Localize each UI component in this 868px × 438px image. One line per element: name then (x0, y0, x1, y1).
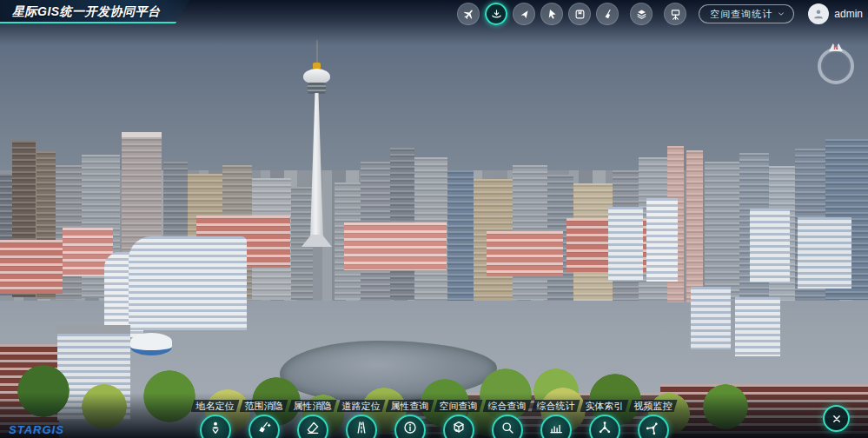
descend-locate-icon[interactable] (485, 3, 507, 25)
clear-broom-icon[interactable] (596, 3, 619, 25)
app-title-banner: 星际GIS统一开发协同平台 (0, 0, 189, 23)
tool-entity-index[interactable]: 实体索引 (589, 400, 620, 438)
eraser-icon (305, 420, 321, 435)
close-icon (831, 413, 843, 425)
fly-to-icon[interactable] (513, 3, 535, 25)
airplane-icon[interactable] (457, 3, 480, 25)
layers-icon[interactable] (630, 3, 653, 25)
dropdown-label: 空间查询统计 (710, 8, 772, 21)
tool-spatial-query[interactable]: 空间查询 (443, 400, 474, 438)
brush-icon (256, 420, 272, 435)
stargis-watermark: STARGIS (9, 423, 64, 436)
network-icon (597, 420, 613, 435)
tool-range-hide[interactable]: 范围消隐 (248, 400, 280, 438)
pointer-icon[interactable] (540, 3, 563, 25)
tool-attribute-query[interactable]: 属性查询 (394, 400, 426, 438)
bar-chart-icon (548, 420, 564, 435)
chevron-down-icon (776, 9, 786, 19)
tripod-screen-icon[interactable] (664, 3, 686, 25)
tool-comprehensive-query[interactable]: 综合查询 (492, 400, 523, 438)
gis-app-window: STARGIS 星际GIS统一开发协同平台 空间查询统计 (0, 0, 868, 438)
tool-road-locate[interactable]: 道路定位 (346, 400, 377, 438)
bookmark-icon[interactable] (568, 3, 591, 25)
tool-place-locate[interactable]: 地名定位 (200, 400, 231, 438)
person-pin-icon (208, 420, 223, 435)
bottom-toolbar: 地名定位 范围消隐 属性消隐 道路定位 属性查询 空间查询 综合查询 综合统计 (200, 400, 669, 438)
spatial-query-stats-dropdown[interactable]: 空间查询统计 (699, 4, 794, 23)
magnifier-icon (500, 420, 515, 435)
tool-attribute-hide[interactable]: 属性消隐 (297, 400, 328, 438)
network-icon (642, 416, 664, 438)
road-icon (354, 420, 369, 435)
cube-icon (451, 420, 467, 435)
avatar (808, 3, 829, 24)
username-label: admin (834, 8, 863, 20)
user-menu[interactable]: admin (808, 3, 863, 24)
compass-ring[interactable]: N (818, 48, 854, 84)
page-title: 星际GIS统一开发协同平台 (12, 4, 161, 20)
info-icon (402, 420, 418, 435)
person-icon (812, 7, 825, 21)
close-button[interactable] (823, 405, 850, 432)
tool-video-monitor[interactable]: 视频监控 (638, 400, 669, 438)
top-toolbar: 空间查询统计 admin (452, 3, 863, 25)
tool-comprehensive-stats[interactable]: 综合统计 (540, 400, 572, 438)
